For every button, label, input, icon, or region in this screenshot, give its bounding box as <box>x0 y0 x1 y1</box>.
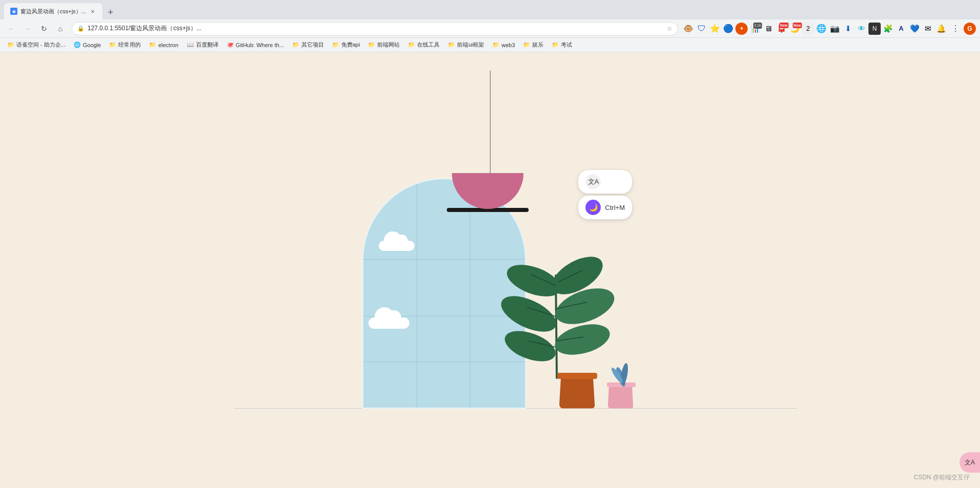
cloud-2 <box>368 317 409 329</box>
back-button[interactable]: ← <box>4 22 18 36</box>
orange-ext[interactable]: ✦ <box>735 23 748 35</box>
refresh-button[interactable]: ↻ <box>37 22 51 36</box>
browser-chrome: ◉ 窗边风景动画（css+js）... ✕ + ← → ↻ ⌂ 🔒 127.0.… <box>0 0 980 52</box>
translate-bubble-2[interactable]: 🌙 Ctrl+M <box>578 196 632 219</box>
tab-active[interactable]: ◉ 窗边风景动画（css+js）... ✕ <box>4 3 102 19</box>
bookmark-free-api[interactable]: 📁 免费api <box>329 40 363 50</box>
download-ext[interactable]: ⬇ <box>842 23 854 35</box>
bookmarks-bar: 📁 语雀空间 - 助力企... 🌐 Google 📁 经常用的 📁 electr… <box>0 38 980 52</box>
bookmark-frontend-ui[interactable]: 📁 前端ui框架 <box>445 40 487 50</box>
bookmark-online-tools[interactable]: 📁 在线工具 <box>405 40 443 50</box>
stats-extension[interactable]: 📊 3.1k <box>749 23 761 35</box>
main-content: 文A 🌙 Ctrl+M <box>0 52 980 488</box>
num-extension[interactable]: 2 <box>802 23 814 35</box>
plant-container <box>526 214 628 409</box>
stats-badge: 3.1k <box>753 23 762 29</box>
small-pot <box>608 386 634 409</box>
extensions-area: 🐵 🛡 ⭐ 🔵 ✦ 📊 3.1k 🖥 📮 New 🌙 New <box>682 23 947 35</box>
lock-icon: 🔒 <box>77 25 84 32</box>
scene <box>337 122 644 419</box>
float-button[interactable]: 文A <box>960 452 980 473</box>
bookmark-label: 经常用的 <box>118 41 141 49</box>
translate-text-icon: 文A <box>588 177 599 186</box>
watermark: CSDN @前端交互仔 <box>913 473 970 482</box>
tampermonkey-extension[interactable]: 🐵 <box>682 23 694 35</box>
bookmark-label: 娱乐 <box>532 41 543 49</box>
eye-ext[interactable]: 👁 <box>855 23 867 35</box>
grid-vertical-1 <box>417 179 417 408</box>
bookmark-icon: 📖 <box>187 41 194 48</box>
blue-square-ext[interactable]: 💙 <box>908 23 921 35</box>
bookmark-label: 前端ui框架 <box>457 41 484 49</box>
menu-dots[interactable]: ⋮ <box>949 24 962 33</box>
bell-ext[interactable]: 🔔 <box>935 23 947 35</box>
profile-icon[interactable]: G <box>964 23 976 35</box>
bookmark-label: 在线工具 <box>417 41 440 49</box>
url-text: 127.0.0.1:5501/窗边风景动画（css+js）... <box>88 24 664 33</box>
bookmark-icon: 📁 <box>552 41 559 48</box>
bookmark-other-projects[interactable]: 📁 其它项目 <box>289 40 327 50</box>
moon-icon: 🌙 <box>589 203 598 211</box>
blue-ext[interactable]: 🔵 <box>722 23 734 35</box>
translate-bubble-1[interactable]: 文A <box>578 170 632 194</box>
bookmark-icon: 📁 <box>7 41 14 48</box>
bookmark-yuque[interactable]: 📁 语雀空间 - 助力企... <box>4 40 69 50</box>
moonshotai-icon: 🌙 <box>585 200 601 215</box>
star-extension[interactable]: ⭐ <box>709 23 721 35</box>
monitor-extension[interactable]: 🖥 <box>762 23 774 35</box>
bookmark-label: 考试 <box>561 41 572 49</box>
bookmark-icon: 🌐 <box>74 41 81 48</box>
bookmark-entertainment[interactable]: 📁 娱乐 <box>520 40 547 50</box>
bookmark-web3[interactable]: 📁 web3 <box>489 40 518 49</box>
forward-button[interactable]: → <box>20 22 35 36</box>
chrome-ext[interactable]: 🌐 <box>815 23 827 35</box>
bookmark-label: web3 <box>502 42 515 48</box>
translate-popup: 文A 🌙 Ctrl+M <box>578 170 632 219</box>
bookmark-electron[interactable]: 📁 electron <box>146 40 181 49</box>
bitwarden-extension[interactable]: 🛡 <box>695 23 708 35</box>
new-ext-1[interactable]: 📮 New <box>775 23 788 35</box>
bookmark-github[interactable]: 🐙 GitHub: Where th... <box>224 40 287 49</box>
new-tab-button[interactable]: + <box>103 5 118 19</box>
kimi-extension[interactable]: 🌙 New <box>789 23 801 35</box>
lamp-shade <box>452 173 529 212</box>
bookmark-label: 前端网站 <box>377 41 400 49</box>
bookmark-icon: 📁 <box>332 41 339 48</box>
bookmark-icon: 📁 <box>368 41 375 48</box>
svg-point-7 <box>496 289 561 339</box>
main-pot <box>559 378 595 409</box>
tab-favicon: ◉ <box>10 8 17 15</box>
pot-rim <box>557 373 597 379</box>
grid-vertical-2 <box>470 179 470 408</box>
bookmark-frontend-site[interactable]: 📁 前端网站 <box>365 40 403 50</box>
a-lang-ext[interactable]: A <box>895 23 907 35</box>
bookmark-label: Google <box>83 42 101 48</box>
bookmark-label: 语雀空间 - 助力企... <box>16 41 66 49</box>
bookmark-google[interactable]: 🌐 Google <box>71 40 104 49</box>
lamp-shade-shape <box>452 173 524 209</box>
mail-ext[interactable]: ✉ <box>922 23 934 35</box>
n-ext[interactable]: N <box>868 23 881 35</box>
float-icon: 文A <box>965 458 975 467</box>
bookmark-icon: 📁 <box>149 41 156 48</box>
home-button[interactable]: ⌂ <box>53 22 68 36</box>
bookmark-icon: 📁 <box>492 41 499 48</box>
new-badge-1: New <box>779 23 789 28</box>
watermark-text: CSDN @前端交互仔 <box>913 474 970 481</box>
bookmark-frequent[interactable]: 📁 经常用的 <box>106 40 144 50</box>
bookmark-exam[interactable]: 📁 考试 <box>549 40 575 50</box>
bookmark-baidu-translate[interactable]: 📖 百度翻译 <box>184 40 222 50</box>
star-icon[interactable]: ☆ <box>667 25 672 32</box>
bookmark-icon: 📁 <box>292 41 299 48</box>
tab-bar: ◉ 窗边风景动画（css+js）... ✕ + <box>0 0 980 19</box>
bookmark-label: 百度翻译 <box>196 41 219 49</box>
toolbar: ← → ↻ ⌂ 🔒 127.0.0.1:5501/窗边风景动画（css+js）.… <box>0 19 980 38</box>
bookmark-label: 其它项目 <box>301 41 324 49</box>
screenshot-ext[interactable]: 📷 <box>829 23 841 35</box>
address-bar[interactable]: 🔒 127.0.0.1:5501/窗边风景动画（css+js）... ☆ <box>72 22 678 35</box>
bookmark-icon: 📁 <box>109 41 116 48</box>
tab-close-button[interactable]: ✕ <box>89 8 96 15</box>
puzzle-ext[interactable]: 🧩 <box>882 23 894 35</box>
bookmark-icon: 📁 <box>448 41 455 48</box>
bookmark-icon: 🐙 <box>227 41 234 48</box>
